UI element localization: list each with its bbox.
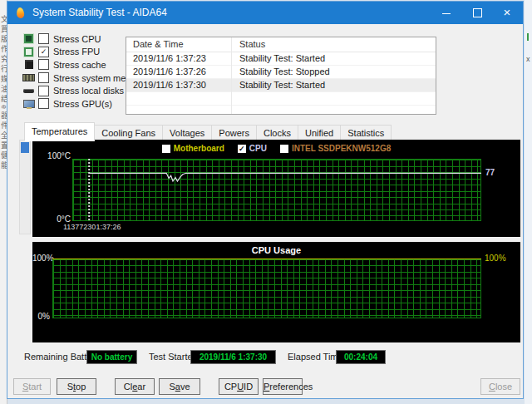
button-text: Cl [124,382,132,392]
background-window-right-sliver: x [525,0,532,404]
cpu-axis-max-label: 100% [32,254,50,263]
stress-option-label: Stress local disks [53,86,124,96]
maximize-button[interactable] [462,2,492,24]
tab-unified[interactable]: Unified [298,125,341,141]
title-bar[interactable]: System Stability Test - AIDA64 × [7,2,523,24]
minimize-icon [442,13,451,14]
status-bar: Remaining Battery: No battery Test Start… [7,350,525,367]
button-mnemonic: U [237,382,244,392]
stress-checkbox[interactable] [38,59,49,70]
button-text: S [67,382,73,392]
close-button: Close [480,378,520,395]
legend-item: Motherboard [162,144,224,153]
log-cell-datetime: 2019/11/6 1:37:30 [126,79,231,91]
cpu-usage-graph-panel: CPU Usage 100% 100% 0% [32,242,520,342]
cpu-temperature-value-label: 77 [485,168,495,177]
stress-checkbox[interactable] [38,72,49,83]
log-cell-status [231,106,436,115]
temperature-graph-panel: Motherboard✓CPUINTEL SSDPEKNW512G8 100°C… [32,140,520,237]
tab-cooling-fans[interactable]: Cooling Fans [94,125,163,141]
window-title: System Stability Test - AIDA64 [32,2,167,24]
temp-axis-max-label: 100°C [37,151,71,160]
save-button[interactable]: Save [159,378,200,395]
stress-checkbox[interactable] [38,86,49,96]
background-x-glyph: x [526,55,530,63]
column-divider [231,37,232,114]
button-text: references [269,382,313,392]
log-row[interactable]: 2019/11/6 1:37:30Stability Test: Started [126,79,436,92]
column-header-datetime[interactable]: Date & Time [126,37,231,52]
tab-clocks[interactable]: Clocks [256,125,298,141]
maximize-icon [473,8,482,17]
column-header-status[interactable]: Status [231,37,436,52]
event-log-table[interactable]: Date & Time Status 2019/11/6 1:37:23Stab… [126,37,436,115]
action-button-row: StartStopClearSaveCPUIDPreferencesClose [7,378,525,397]
log-row[interactable]: 2019/11/6 1:37:26Stability Test: Stopped [126,66,436,79]
tab-statistics[interactable]: Statistics [340,125,392,141]
legend-checkbox[interactable]: ✓ [238,145,246,153]
stress-option-label: Stress CPU [53,34,101,44]
start-button: Start [13,378,51,395]
button-text: S [169,382,175,392]
legend-label: INTEL SSDPEKNW512G8 [292,144,391,153]
stress-checkbox[interactable]: ✓ [38,47,49,57]
legend-label: CPU [249,144,267,153]
legend-checkbox[interactable] [162,145,170,153]
stress-option-label: Stress cache [53,60,106,70]
temp-time-axis-labels: 113772301:37:26 [63,223,121,231]
tab-voltages[interactable]: Voltages [162,125,212,141]
button-text: CP [224,382,237,392]
preferences-button[interactable]: Preferences [263,378,303,395]
cpuid-button[interactable]: CPUID [219,378,259,395]
log-cell-datetime [126,106,231,115]
remaining-battery-value: No battery [86,350,137,364]
cpu-usage-line-chart [52,259,481,318]
button-text: lose [495,382,512,392]
memory-icon [22,72,35,83]
stability-test-window: System Stability Test - AIDA64 × Stress … [7,1,524,399]
disk-icon [22,86,35,96]
log-cell-datetime: 2019/11/6 1:37:23 [126,52,231,65]
cache-icon [22,59,35,70]
tab-temperatures[interactable]: Temperatures [24,122,95,141]
log-cell-status [231,92,436,105]
scrollbar-thumb[interactable] [21,142,29,153]
cpu-icon [22,33,35,44]
stop-button[interactable]: Stop [57,378,96,395]
stress-option-label: Stress GPU(s) [53,99,112,109]
log-row[interactable] [126,92,436,106]
legend-item: INTEL SSDPEKNW512G8 [280,144,391,153]
close-window-button[interactable]: × [492,2,522,24]
graphs-scrollbar[interactable] [19,140,31,234]
test-started-value: 2019/11/6 1:37:30 [190,350,276,364]
clear-button[interactable]: Clear [115,378,155,395]
stress-checkbox[interactable] [38,98,49,109]
app-flame-icon [16,7,24,19]
log-cell-datetime [126,92,231,105]
temperature-line-chart [72,159,481,221]
button-text: ID [244,382,253,392]
minimize-button[interactable] [431,2,461,24]
legend-label: Motherboard [174,144,224,153]
stress-option-label: Stress FPU [53,47,100,57]
fpu-icon [22,47,35,57]
event-log-header[interactable]: Date & Time Status [126,37,436,52]
button-text: ar [137,382,145,392]
desktop: 文買版作究行媒油结e器件全置健能 System Stability Test -… [0,0,532,404]
gpu-icon [22,98,35,109]
legend-checkbox[interactable] [280,145,288,153]
button-text: op [76,382,86,392]
log-cell-status: Stability Test: Started [231,79,436,91]
log-row[interactable]: 2019/11/6 1:37:23Stability Test: Started [126,52,436,66]
event-log-body: 2019/11/6 1:37:23Stability Test: Started… [126,52,436,115]
cpu-axis-max-right-label: 100% [485,254,506,263]
log-cell-status: Stability Test: Stopped [231,66,436,78]
legend-item: ✓CPU [238,144,267,153]
tab-powers[interactable]: Powers [211,125,257,141]
cpu-usage-title: CPU Usage [32,245,520,255]
stress-checkbox[interactable] [38,33,49,44]
button-text: ve [180,382,190,392]
cpu-axis-min-label: 0% [32,312,50,321]
log-row[interactable] [126,106,436,115]
button-text: tart [28,382,42,392]
